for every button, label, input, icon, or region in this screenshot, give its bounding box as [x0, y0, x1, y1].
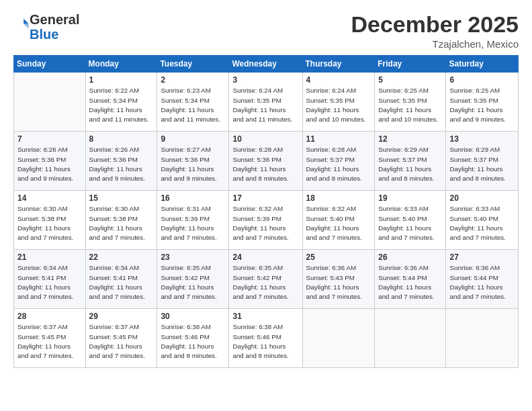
day-number: 20: [449, 193, 515, 203]
cell-info: Sunrise: 6:31 AMSunset: 5:39 PMDaylight:…: [161, 204, 225, 242]
calendar-cell: 3Sunrise: 6:24 AMSunset: 5:35 PMDaylight…: [229, 73, 302, 132]
location: Tzajalchen, Mexico: [351, 38, 519, 50]
calendar-cell: 10Sunrise: 6:28 AMSunset: 5:36 PMDayligh…: [229, 132, 302, 191]
calendar-week-row: 28Sunrise: 6:37 AMSunset: 5:45 PMDayligh…: [14, 309, 519, 368]
day-number: 6: [449, 75, 515, 85]
day-number: 14: [17, 193, 82, 203]
calendar-header-row: SundayMondayTuesdayWednesdayThursdayFrid…: [14, 56, 519, 73]
calendar-cell: 12Sunrise: 6:29 AMSunset: 5:37 PMDayligh…: [375, 132, 446, 191]
cell-info: Sunrise: 6:25 AMSunset: 5:35 PMDaylight:…: [449, 86, 515, 124]
cell-info: Sunrise: 6:32 AMSunset: 5:40 PMDaylight:…: [306, 204, 371, 242]
logo-general: General: [30, 12, 79, 27]
calendar-cell: [446, 309, 519, 368]
calendar-cell: 1Sunrise: 6:22 AMSunset: 5:34 PMDaylight…: [85, 73, 157, 132]
title-block: December 2025 Tzajalchen, Mexico: [351, 12, 519, 50]
cell-info: Sunrise: 6:28 AMSunset: 5:37 PMDaylight:…: [306, 145, 371, 183]
day-number: 8: [89, 134, 154, 144]
calendar-cell: 21Sunrise: 6:34 AMSunset: 5:41 PMDayligh…: [14, 250, 86, 309]
calendar-cell: 4Sunrise: 6:24 AMSunset: 5:35 PMDaylight…: [302, 73, 375, 132]
cell-info: Sunrise: 6:33 AMSunset: 5:40 PMDaylight:…: [378, 204, 442, 242]
month-title: December 2025: [351, 12, 519, 37]
calendar-cell: 13Sunrise: 6:29 AMSunset: 5:37 PMDayligh…: [446, 132, 519, 191]
calendar-cell: 23Sunrise: 6:35 AMSunset: 5:42 PMDayligh…: [157, 250, 229, 309]
calendar-cell: 20Sunrise: 6:33 AMSunset: 5:40 PMDayligh…: [446, 191, 519, 250]
calendar-cell: 30Sunrise: 6:38 AMSunset: 5:46 PMDayligh…: [157, 309, 229, 368]
day-number: 3: [232, 75, 298, 85]
calendar-week-row: 1Sunrise: 6:22 AMSunset: 5:34 PMDaylight…: [14, 73, 519, 132]
logo-blue: Blue: [30, 27, 58, 42]
calendar-cell: 28Sunrise: 6:37 AMSunset: 5:45 PMDayligh…: [14, 309, 86, 368]
calendar-header-monday: Monday: [85, 56, 157, 73]
svg-marker-1: [24, 24, 28, 28]
day-number: 2: [161, 75, 225, 85]
calendar-header-sunday: Sunday: [14, 56, 86, 73]
cell-info: Sunrise: 6:36 AMSunset: 5:44 PMDaylight:…: [378, 263, 442, 302]
day-number: 7: [17, 134, 82, 144]
calendar-header-wednesday: Wednesday: [229, 56, 302, 73]
calendar-week-row: 21Sunrise: 6:34 AMSunset: 5:41 PMDayligh…: [14, 250, 519, 309]
cell-info: Sunrise: 6:34 AMSunset: 5:41 PMDaylight:…: [89, 263, 154, 302]
day-number: 24: [232, 253, 298, 262]
day-number: 10: [232, 134, 298, 144]
calendar-week-row: 7Sunrise: 6:26 AMSunset: 5:36 PMDaylight…: [14, 132, 519, 191]
calendar-cell: 7Sunrise: 6:26 AMSunset: 5:36 PMDaylight…: [14, 132, 86, 191]
day-number: 23: [161, 253, 225, 262]
cell-info: Sunrise: 6:36 AMSunset: 5:43 PMDaylight:…: [306, 263, 371, 302]
cell-info: Sunrise: 6:28 AMSunset: 5:36 PMDaylight:…: [232, 145, 298, 183]
cell-info: Sunrise: 6:30 AMSunset: 5:38 PMDaylight:…: [89, 204, 154, 242]
calendar-cell: [14, 73, 86, 132]
day-number: 4: [306, 75, 371, 85]
calendar-cell: 17Sunrise: 6:32 AMSunset: 5:39 PMDayligh…: [229, 191, 302, 250]
cell-info: Sunrise: 6:32 AMSunset: 5:39 PMDaylight:…: [232, 204, 298, 242]
svg-marker-0: [24, 19, 28, 24]
cell-info: Sunrise: 6:27 AMSunset: 5:36 PMDaylight:…: [161, 145, 225, 183]
day-number: 1: [89, 75, 154, 85]
calendar-cell: 6Sunrise: 6:25 AMSunset: 5:35 PMDaylight…: [446, 73, 519, 132]
day-number: 25: [306, 253, 371, 262]
calendar-table: SundayMondayTuesdayWednesdayThursdayFrid…: [13, 55, 519, 368]
day-number: 28: [17, 312, 82, 321]
calendar-header-thursday: Thursday: [302, 56, 375, 73]
cell-info: Sunrise: 6:29 AMSunset: 5:37 PMDaylight:…: [378, 145, 442, 183]
calendar-cell: 27Sunrise: 6:36 AMSunset: 5:44 PMDayligh…: [446, 250, 519, 309]
day-number: 21: [17, 253, 82, 262]
calendar-header-tuesday: Tuesday: [157, 56, 229, 73]
day-number: 30: [161, 312, 225, 321]
logo-icon: [15, 17, 30, 32]
cell-info: Sunrise: 6:22 AMSunset: 5:34 PMDaylight:…: [89, 86, 154, 124]
day-number: 16: [161, 193, 225, 203]
calendar-header-friday: Friday: [375, 56, 446, 73]
calendar-cell: 5Sunrise: 6:25 AMSunset: 5:35 PMDaylight…: [375, 73, 446, 132]
cell-info: Sunrise: 6:37 AMSunset: 5:45 PMDaylight:…: [17, 322, 82, 361]
calendar-cell: 15Sunrise: 6:30 AMSunset: 5:38 PMDayligh…: [85, 191, 157, 250]
calendar-cell: 29Sunrise: 6:37 AMSunset: 5:45 PMDayligh…: [85, 309, 157, 368]
cell-info: Sunrise: 6:25 AMSunset: 5:35 PMDaylight:…: [378, 86, 442, 124]
day-number: 31: [232, 312, 298, 321]
calendar-cell: [375, 309, 446, 368]
calendar-week-row: 14Sunrise: 6:30 AMSunset: 5:38 PMDayligh…: [14, 191, 519, 250]
page-container: General Blue December 2025 Tzajalchen, M…: [0, 0, 532, 375]
calendar-cell: 2Sunrise: 6:23 AMSunset: 5:34 PMDaylight…: [157, 73, 229, 132]
day-number: 17: [232, 193, 298, 203]
day-number: 27: [449, 253, 515, 262]
cell-info: Sunrise: 6:24 AMSunset: 5:35 PMDaylight:…: [232, 86, 298, 124]
day-number: 5: [378, 75, 442, 85]
calendar-cell: 24Sunrise: 6:35 AMSunset: 5:42 PMDayligh…: [229, 250, 302, 309]
day-number: 13: [449, 134, 515, 144]
calendar-cell: 19Sunrise: 6:33 AMSunset: 5:40 PMDayligh…: [375, 191, 446, 250]
calendar-cell: 26Sunrise: 6:36 AMSunset: 5:44 PMDayligh…: [375, 250, 446, 309]
calendar-cell: 11Sunrise: 6:28 AMSunset: 5:37 PMDayligh…: [302, 132, 375, 191]
cell-info: Sunrise: 6:30 AMSunset: 5:38 PMDaylight:…: [17, 204, 82, 242]
calendar-header-saturday: Saturday: [446, 56, 519, 73]
logo: General Blue: [13, 12, 79, 42]
calendar-cell: 31Sunrise: 6:38 AMSunset: 5:46 PMDayligh…: [229, 309, 302, 368]
calendar-cell: 9Sunrise: 6:27 AMSunset: 5:36 PMDaylight…: [157, 132, 229, 191]
calendar-cell: [302, 309, 375, 368]
cell-info: Sunrise: 6:36 AMSunset: 5:44 PMDaylight:…: [449, 263, 515, 302]
day-number: 19: [378, 193, 442, 203]
cell-info: Sunrise: 6:23 AMSunset: 5:34 PMDaylight:…: [161, 86, 225, 124]
day-number: 22: [89, 253, 154, 262]
logo-text: General Blue: [30, 12, 79, 42]
calendar-cell: 8Sunrise: 6:26 AMSunset: 5:36 PMDaylight…: [85, 132, 157, 191]
calendar-cell: 18Sunrise: 6:32 AMSunset: 5:40 PMDayligh…: [302, 191, 375, 250]
